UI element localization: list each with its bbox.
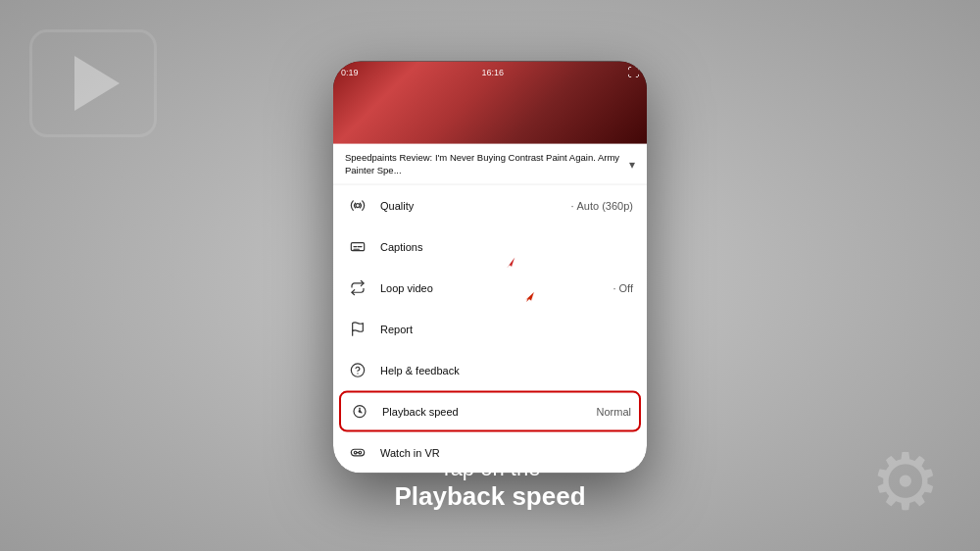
menu-item-playback[interactable]: Playback speed Normal	[339, 391, 641, 432]
instruction-line2: Playback speed	[0, 481, 980, 512]
video-title-bar[interactable]: Speedpaints Review: I'm Never Buying Con…	[333, 144, 647, 185]
fullscreen-icon[interactable]: ⛶	[627, 66, 639, 79]
help-icon	[347, 360, 368, 381]
menu-item-quality[interactable]: Quality · Auto (360p)	[333, 185, 647, 226]
chevron-down-icon: ▾	[629, 157, 635, 171]
video-title: Speedpaints Review: I'm Never Buying Con…	[345, 152, 625, 176]
svg-point-6	[351, 364, 364, 376]
menu-item-captions[interactable]: Captions	[333, 226, 647, 268]
menu-panel: Speedpaints Review: I'm Never Buying Con…	[333, 144, 647, 474]
quality-value: Auto (360p)	[577, 200, 633, 212]
svg-point-0	[356, 204, 360, 208]
video-duration: 16:16	[482, 68, 505, 77]
loop-value: Off	[619, 282, 633, 294]
speed-icon	[349, 401, 370, 423]
video-time: 0:19	[341, 68, 359, 77]
loop-label: Loop video	[380, 282, 610, 294]
bottom-instruction: Tap on the Playback speed	[0, 456, 980, 512]
play-triangle-icon	[74, 56, 120, 111]
report-icon	[347, 319, 368, 340]
phone-frame: 0:19 16:16 ⛶ Speedpaints Review: I'm Nev…	[333, 62, 647, 474]
report-label: Report	[380, 324, 633, 335]
loop-icon	[347, 277, 368, 299]
help-label: Help & feedback	[380, 365, 633, 376]
menu-item-report[interactable]: Report	[333, 309, 647, 350]
captions-label: Captions	[380, 241, 633, 253]
captions-icon	[347, 236, 368, 258]
instruction-line1: Tap on the	[0, 456, 980, 481]
video-top-bar: 0:19 16:16 ⛶	[333, 62, 647, 83]
quality-label: Quality	[380, 200, 567, 212]
playback-label: Playback speed	[382, 406, 597, 418]
playback-value: Normal	[597, 406, 631, 418]
play-watermark	[29, 29, 157, 137]
quality-icon	[347, 195, 368, 217]
menu-item-help[interactable]: Help & feedback	[333, 350, 647, 391]
svg-point-9	[359, 410, 362, 413]
menu-item-loop[interactable]: Loop video · Off	[333, 268, 647, 309]
